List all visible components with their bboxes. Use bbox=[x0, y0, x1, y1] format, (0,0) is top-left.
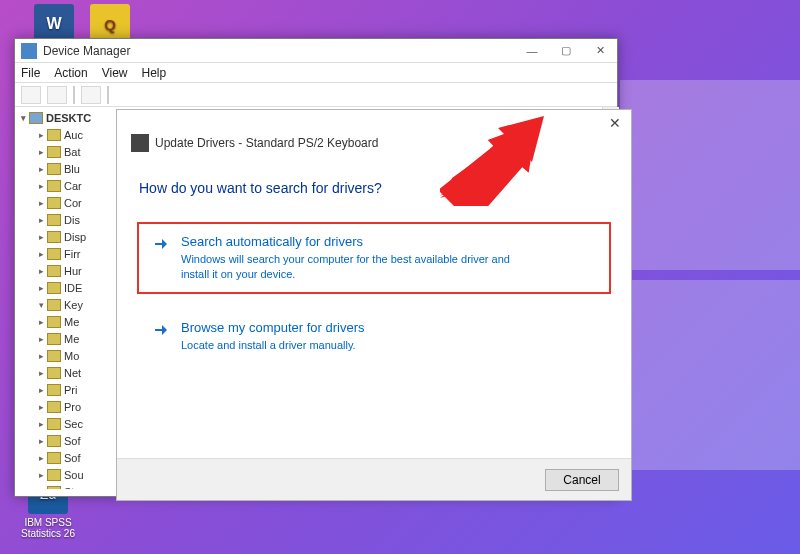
device-category-icon bbox=[47, 282, 61, 294]
option-description: Locate and install a driver manually. bbox=[181, 338, 365, 353]
device-category-icon bbox=[47, 418, 61, 430]
expand-icon[interactable]: ▸ bbox=[35, 164, 47, 174]
device-category-icon bbox=[47, 384, 61, 396]
tree-item-label: Car bbox=[64, 180, 82, 192]
tree-item[interactable]: ▸Sof bbox=[17, 449, 112, 466]
cancel-button[interactable]: Cancel bbox=[545, 469, 619, 491]
tree-item-label: Me bbox=[64, 316, 79, 328]
expand-icon[interactable]: ▸ bbox=[35, 249, 47, 259]
expand-icon[interactable]: ▸ bbox=[35, 232, 47, 242]
expand-icon[interactable]: ▸ bbox=[35, 385, 47, 395]
tree-item-label: IDE bbox=[64, 282, 82, 294]
menu-action[interactable]: Action bbox=[54, 66, 87, 80]
option-title: Search automatically for drivers bbox=[181, 234, 541, 249]
maximize-button[interactable]: ▢ bbox=[549, 39, 583, 63]
minimize-button[interactable]: — bbox=[515, 39, 549, 63]
dialog-breadcrumb-label: Update Drivers - Standard PS/2 Keyboard bbox=[155, 136, 378, 150]
tree-item[interactable]: ▸Cor bbox=[17, 194, 112, 211]
tree-item[interactable]: ▸Auc bbox=[17, 126, 112, 143]
expand-icon[interactable]: ▸ bbox=[35, 487, 47, 490]
option-title: Browse my computer for drivers bbox=[181, 320, 365, 335]
tree-item[interactable]: ▸Me bbox=[17, 330, 112, 347]
toolbar-help-button[interactable] bbox=[81, 86, 101, 104]
desktop-shortcut-label: IBM SPSS Statistics 26 bbox=[18, 517, 78, 539]
expand-icon[interactable]: ▸ bbox=[35, 436, 47, 446]
expand-icon[interactable]: ▸ bbox=[35, 181, 47, 191]
tree-item[interactable]: ▸Mo bbox=[17, 347, 112, 364]
tree-item[interactable]: ▸Sto bbox=[17, 483, 112, 489]
menubar: File Action View Help bbox=[15, 63, 617, 83]
tree-item[interactable]: ▸Hur bbox=[17, 262, 112, 279]
tree-item-label: Auc bbox=[64, 129, 83, 141]
tree-item[interactable]: ▸Pri bbox=[17, 381, 112, 398]
expand-icon[interactable]: ▸ bbox=[35, 147, 47, 157]
tree-item[interactable]: ▸Me bbox=[17, 313, 112, 330]
tree-item-label: Hur bbox=[64, 265, 82, 277]
menu-file[interactable]: File bbox=[21, 66, 40, 80]
collapse-icon[interactable]: ▾ bbox=[35, 300, 47, 310]
option-browse-computer[interactable]: Browse my computer for drivers Locate an… bbox=[139, 310, 609, 363]
device-category-icon bbox=[47, 350, 61, 362]
arrow-right-icon bbox=[153, 236, 171, 254]
device-category-icon bbox=[47, 469, 61, 481]
expand-icon[interactable]: ▸ bbox=[35, 198, 47, 208]
tree-item-label: Sto bbox=[64, 486, 81, 490]
tree-item[interactable]: ▸Net bbox=[17, 364, 112, 381]
expand-icon[interactable]: ▸ bbox=[35, 334, 47, 344]
device-manager-icon bbox=[21, 43, 37, 59]
tree-item[interactable]: ▸Sof bbox=[17, 432, 112, 449]
tree-item-label: Mo bbox=[64, 350, 79, 362]
tree-item[interactable]: ▸Car bbox=[17, 177, 112, 194]
expand-icon[interactable]: ▸ bbox=[35, 283, 47, 293]
device-category-icon bbox=[47, 146, 61, 158]
option-search-automatically[interactable]: Search automatically for drivers Windows… bbox=[139, 224, 609, 292]
tree-root[interactable]: ▾ DESKTC bbox=[17, 109, 112, 126]
toolbar bbox=[15, 83, 617, 107]
tree-root-label: DESKTC bbox=[46, 112, 91, 124]
expand-icon[interactable]: ▸ bbox=[35, 419, 47, 429]
expand-icon[interactable]: ▸ bbox=[35, 368, 47, 378]
expand-icon[interactable]: ▸ bbox=[35, 453, 47, 463]
close-button[interactable]: ✕ bbox=[583, 39, 617, 63]
tree-item[interactable]: ▾Key bbox=[17, 296, 112, 313]
tree-item[interactable]: ▸Dis bbox=[17, 211, 112, 228]
expand-icon[interactable]: ▸ bbox=[35, 351, 47, 361]
keyboard-icon bbox=[131, 134, 149, 152]
expand-icon[interactable]: ▸ bbox=[35, 402, 47, 412]
tree-item[interactable]: ▸Blu bbox=[17, 160, 112, 177]
device-category-icon bbox=[47, 163, 61, 175]
device-category-icon bbox=[47, 129, 61, 141]
tree-item[interactable]: ▸Disp bbox=[17, 228, 112, 245]
device-manager-window: Device Manager — ▢ ✕ File Action View He… bbox=[14, 38, 618, 497]
toolbar-forward-button[interactable] bbox=[47, 86, 67, 104]
toolbar-back-button[interactable] bbox=[21, 86, 41, 104]
device-category-icon bbox=[47, 367, 61, 379]
expand-icon[interactable]: ▸ bbox=[35, 130, 47, 140]
expand-icon[interactable]: ▸ bbox=[35, 266, 47, 276]
tree-item-label: Sou bbox=[64, 469, 84, 481]
expand-icon[interactable]: ▸ bbox=[35, 317, 47, 327]
tree-item[interactable]: ▸IDE bbox=[17, 279, 112, 296]
tree-item[interactable]: ▸Pro bbox=[17, 398, 112, 415]
device-category-icon bbox=[47, 197, 61, 209]
device-category-icon bbox=[47, 452, 61, 464]
option-description: Windows will search your computer for th… bbox=[181, 252, 541, 282]
tree-item-label: Sec bbox=[64, 418, 83, 430]
device-category-icon bbox=[47, 214, 61, 226]
expand-icon[interactable]: ▸ bbox=[35, 470, 47, 480]
menu-help[interactable]: Help bbox=[142, 66, 167, 80]
expand-icon[interactable]: ▸ bbox=[35, 215, 47, 225]
tree-item[interactable]: ▸Firr bbox=[17, 245, 112, 262]
update-drivers-dialog: ✕ Update Drivers - Standard PS/2 Keyboar… bbox=[116, 109, 632, 501]
tree-item-label: Me bbox=[64, 333, 79, 345]
device-category-icon bbox=[47, 401, 61, 413]
device-category-icon bbox=[47, 435, 61, 447]
menu-view[interactable]: View bbox=[102, 66, 128, 80]
tree-item-label: Dis bbox=[64, 214, 80, 226]
dialog-close-button[interactable]: ✕ bbox=[605, 115, 625, 133]
device-tree[interactable]: ▾ DESKTC ▸Auc▸Bat▸Blu▸Car▸Cor▸Dis▸Disp▸F… bbox=[17, 109, 112, 489]
dialog-question: How do you want to search for drivers? bbox=[139, 180, 609, 196]
tree-item[interactable]: ▸Bat bbox=[17, 143, 112, 160]
tree-item[interactable]: ▸Sec bbox=[17, 415, 112, 432]
tree-item[interactable]: ▸Sou bbox=[17, 466, 112, 483]
